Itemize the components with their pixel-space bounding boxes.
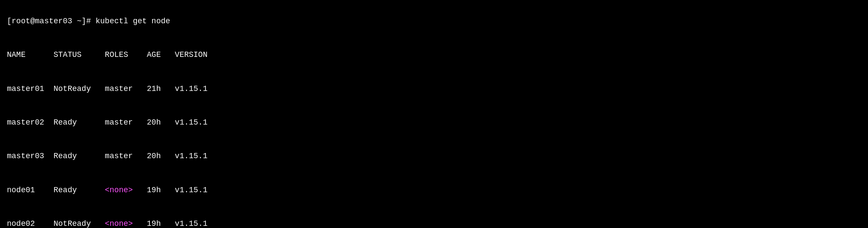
node-row-1: master01 NotReady master 21h v1.15.1 <box>7 84 207 93</box>
none-tag-1: <none> <box>105 186 133 194</box>
node-row-5: node02 NotReady <none> 19h v1.15.1 <box>7 219 207 228</box>
terminal: [root@master03 ~]# kubectl get node NAME… <box>7 4 861 228</box>
node-row-4: node01 Ready <none> 19h v1.15.1 <box>7 186 207 194</box>
node-header: NAME STATUS ROLES AGE VERSION <box>7 50 207 59</box>
node-row-3: master03 Ready master 20h v1.15.1 <box>7 152 207 160</box>
prompt1: [root@master03 ~]# kubectl get node <box>7 17 170 25</box>
none-tag-2: <none> <box>105 219 133 228</box>
node-row-2: master02 Ready master 20h v1.15.1 <box>7 118 207 127</box>
